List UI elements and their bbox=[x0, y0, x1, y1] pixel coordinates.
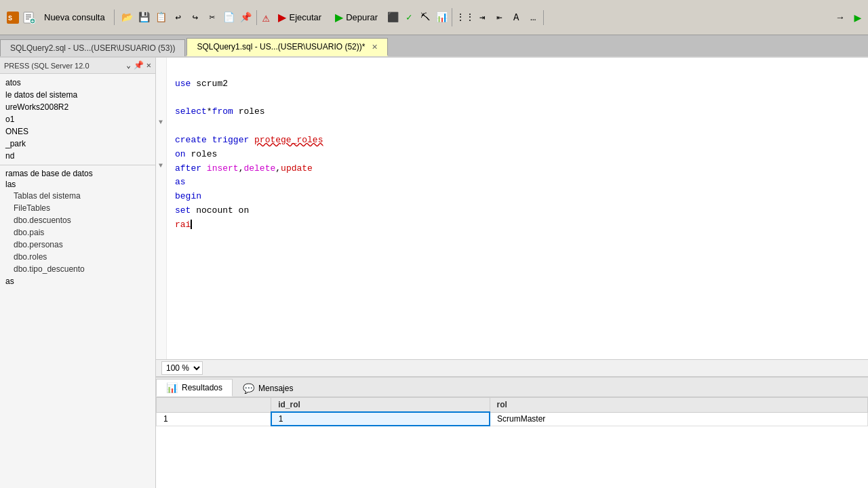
sidebar-close-icon[interactable]: ✕ bbox=[146, 60, 151, 70]
fold-btn-trigger[interactable]: ▼ bbox=[156, 117, 165, 128]
cell-id-rol[interactable]: 1 bbox=[271, 412, 490, 426]
tab-resultados[interactable]: 📊 Resultados bbox=[156, 379, 233, 396]
sidebar-item-dbo-roles[interactable]: dbo.roles bbox=[0, 251, 155, 263]
text-cursor bbox=[191, 220, 192, 229]
app-icon: S bbox=[5, 10, 20, 25]
editor-area[interactable]: ▼ ▼ use scrum2 select*from roles create … bbox=[156, 58, 868, 359]
sidebar-toolbar: PRESS (SQL Server 12.0 ⌄ 📌 ✕ bbox=[0, 58, 155, 74]
code-line bbox=[175, 119, 860, 134]
code-line: create trigger protege_roles bbox=[175, 134, 860, 148]
sidebar-item-dbo-tipo-descuento[interactable]: dbo.tipo_descuento bbox=[0, 263, 155, 275]
stop-icon[interactable]: ⬛ bbox=[385, 10, 400, 25]
outdent-icon[interactable]: ⇤ bbox=[492, 10, 507, 25]
parse-icon[interactable]: ⛏ bbox=[418, 10, 433, 25]
redo-icon[interactable]: ↪ bbox=[188, 10, 203, 25]
sidebar-item-filetables[interactable]: FileTables bbox=[0, 202, 155, 214]
sidebar-item-as[interactable]: as bbox=[0, 275, 155, 287]
code-line: begin bbox=[175, 190, 860, 204]
code-line: on roles bbox=[175, 148, 860, 162]
tab-mensajes[interactable]: 💬 Mensajes bbox=[233, 379, 303, 396]
pin-icon[interactable]: 📌 bbox=[134, 60, 144, 70]
sidebar-item-datos-sistema[interactable]: le datos del sistema bbox=[0, 89, 155, 101]
sidebar-title: PRESS (SQL Server 12.0 bbox=[4, 62, 123, 70]
toolbar-run: ⚠ ▶ Ejecutar ▶ Depurar ⬛ ✓ ⛏ 📊 bbox=[260, 8, 453, 26]
zoom-bar: 100 % 75 % 125 % 150 % bbox=[156, 359, 868, 376]
more-icon[interactable]: … bbox=[526, 10, 540, 25]
depurar-button[interactable]: ▶ Depurar bbox=[329, 8, 384, 26]
paste-icon[interactable]: 📌 bbox=[239, 10, 254, 25]
toolbar-misc: ⋮⋮ ⇥ ⇤ A … bbox=[455, 10, 544, 25]
sidebar-divider bbox=[0, 165, 155, 165]
play-icon[interactable]: ▶ bbox=[850, 10, 865, 25]
font-icon[interactable]: A bbox=[509, 10, 524, 25]
tab-close-icon[interactable]: ✕ bbox=[372, 43, 378, 51]
code-line: select*from roles bbox=[175, 105, 860, 119]
results-tabs: 📊 Resultados 💬 Mensajes bbox=[156, 378, 868, 397]
sidebar-item-dbo-pais[interactable]: dbo.pais bbox=[0, 226, 155, 239]
fold-btn-begin[interactable]: ▼ bbox=[156, 161, 165, 171]
sidebar-item-tablas-sistema[interactable]: Tablas del sistema bbox=[0, 190, 155, 202]
tab-sqlquery1[interactable]: SQLQuery1.sql - US...(USER\USUARIO (52))… bbox=[186, 38, 387, 56]
sidebar-expand-icon[interactable]: ⌄ bbox=[126, 61, 131, 70]
results-content: id_rol rol 11ScrumMaster bbox=[156, 397, 868, 488]
col-header-id-rol: id_rol bbox=[271, 398, 490, 413]
sidebar-item-las[interactable]: las bbox=[0, 179, 155, 190]
code-lines[interactable]: use scrum2 select*from roles create trig… bbox=[167, 58, 868, 359]
warning-icon: ⚠ bbox=[262, 10, 270, 25]
copy-icon[interactable]: 📄 bbox=[222, 10, 237, 25]
col-header-rol: rol bbox=[490, 398, 867, 413]
save-all-icon[interactable]: 📋 bbox=[154, 10, 169, 25]
sidebar-item-diagramas[interactable]: ramas de base de datos bbox=[0, 168, 155, 179]
toolbar-left: S + Nueva consulta bbox=[3, 9, 115, 25]
sidebar-tree: atos le datos del sistema ureWorks2008R2… bbox=[0, 74, 155, 488]
open-file-icon[interactable]: 📂 bbox=[120, 10, 135, 25]
nueva-consulta-btn[interactable]: Nueva consulta bbox=[38, 9, 111, 25]
sidebar-item-adventureworks[interactable]: ureWorks2008R2 bbox=[0, 101, 155, 113]
svg-text:S: S bbox=[8, 15, 12, 22]
debug-icon: ▶ bbox=[335, 11, 343, 24]
code-line: set nocount on bbox=[175, 204, 860, 218]
execute-icon: ▶ bbox=[278, 11, 286, 24]
cell-rol: ScrumMaster bbox=[490, 412, 867, 426]
sidebar-item-o1[interactable]: o1 bbox=[0, 113, 155, 125]
indent-icon[interactable]: ⇥ bbox=[475, 10, 490, 25]
code-line: as bbox=[175, 176, 860, 190]
resultados-icon: 📊 bbox=[166, 382, 178, 393]
sidebar-item-dbo-descuentos[interactable]: dbo.descuentos bbox=[0, 214, 155, 226]
undo-icon[interactable]: ↩ bbox=[171, 10, 186, 25]
new-query-icon[interactable]: + bbox=[22, 10, 37, 25]
save-icon[interactable]: 💾 bbox=[137, 10, 152, 25]
code-line bbox=[175, 92, 860, 106]
code-line: use scrum2 bbox=[175, 77, 860, 92]
code-line bbox=[175, 63, 860, 77]
code-line: after insert,delete,update bbox=[175, 162, 860, 176]
zoom-select[interactable]: 100 % 75 % 125 % 150 % bbox=[161, 361, 203, 375]
tab-sqlquery2[interactable]: SQLQuery2.sql - US...(USER\USUARIO (53)) bbox=[0, 39, 185, 56]
sidebar-item-atos[interactable]: atos bbox=[0, 77, 155, 89]
arrow-right-icon[interactable]: → bbox=[833, 10, 848, 25]
sidebar-item-dbo-personas[interactable]: dbo.personas bbox=[0, 239, 155, 251]
main-area: PRESS (SQL Server 12.0 ⌄ 📌 ✕ atos le dat… bbox=[0, 58, 868, 488]
tabs-bar: SQLQuery2.sql - US...(USER\USUARIO (53))… bbox=[0, 35, 868, 58]
col-header-empty bbox=[157, 398, 271, 413]
toolbar-file-icons: 📂 💾 📋 ↩ ↪ ✂ 📄 📌 bbox=[117, 10, 257, 25]
main-toolbar: S + Nueva consulta 📂 💾 📋 ↩ ↪ ✂ 📄 📌 ⚠ ▶ bbox=[0, 0, 868, 35]
sidebar: PRESS (SQL Server 12.0 ⌄ 📌 ✕ atos le dat… bbox=[0, 58, 156, 488]
format-icon[interactable]: ⋮⋮ bbox=[458, 10, 473, 25]
sidebar-item-park[interactable]: _park bbox=[0, 138, 155, 150]
ejecutar-button[interactable]: ▶ Ejecutar bbox=[272, 8, 328, 26]
code-line: rai bbox=[175, 218, 860, 232]
fold-gutter: ▼ ▼ bbox=[156, 58, 167, 359]
row-number: 1 bbox=[157, 412, 271, 426]
check-icon[interactable]: ✓ bbox=[401, 10, 416, 25]
cut-icon[interactable]: ✂ bbox=[205, 10, 220, 25]
mensajes-icon: 💬 bbox=[243, 383, 254, 394]
sidebar-item-nd[interactable]: nd bbox=[0, 150, 155, 162]
svg-text:+: + bbox=[31, 18, 35, 24]
results-table: id_rol rol 11ScrumMaster bbox=[156, 397, 868, 426]
table-row: 11ScrumMaster bbox=[157, 412, 868, 426]
results-pane: 📊 Resultados 💬 Mensajes id_rol rol bbox=[156, 376, 868, 488]
editor-pane: ▼ ▼ use scrum2 select*from roles create … bbox=[156, 58, 868, 488]
results-icon[interactable]: 📊 bbox=[434, 10, 449, 25]
sidebar-item-ones[interactable]: ONES bbox=[0, 125, 155, 138]
